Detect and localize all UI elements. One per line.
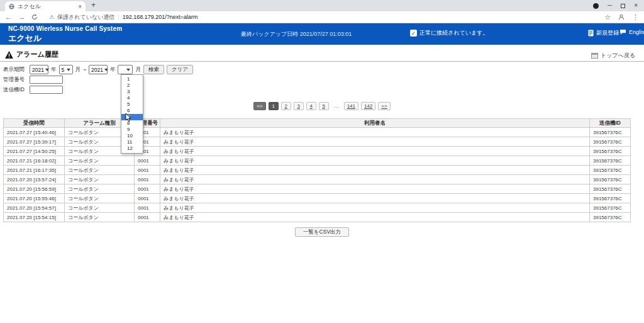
pagination-ellipsis: … (331, 102, 341, 110)
pagination-page-142[interactable]: 142 (361, 102, 375, 110)
csv-export-button[interactable]: 一覧をCSV出力 (295, 227, 349, 237)
chevron-down-icon (45, 69, 49, 71)
back-to-top-label: トップへ戻る (601, 52, 635, 60)
address-bar[interactable]: ⚠ 保護されていない通信 | 192.168.179.201/?next=ala… (44, 13, 598, 21)
table-cell: みまもり花子 (160, 175, 590, 184)
from-month-select[interactable]: 5 (59, 65, 73, 74)
table-cell: みまもり花子 (160, 184, 590, 194)
column-header: 受信時間 (4, 119, 65, 128)
month-dropdown-list[interactable]: 123456789101112 (121, 74, 143, 154)
table-row: 2021.07.20 [15:56:59]コールボタン0001みまもり花子391… (4, 184, 631, 194)
table-cell: コールボタン (65, 203, 135, 213)
pagination-prev[interactable]: << (253, 102, 265, 110)
table-cell: 391567376C (590, 166, 631, 175)
table-cell: みまもり花子 (160, 156, 590, 166)
month-unit: 月 (75, 66, 81, 74)
table-cell: コールボタン (65, 175, 135, 184)
not-secure-label: 保護されていない通信 (57, 13, 114, 21)
table-cell: みまもり花子 (160, 213, 590, 222)
reload-icon[interactable] (31, 14, 38, 20)
profile-avatar-icon[interactable] (618, 14, 625, 20)
table-cell: 2021.07.20 [15:57:24] (4, 175, 65, 184)
pagination-page-4[interactable]: 4 (306, 102, 316, 110)
pagination-page-current[interactable]: 1 (269, 102, 279, 110)
table-header-row: 受信時間アラーム種別管理番号利用者名送信機ID (4, 119, 631, 128)
table-cell: 2021.07.27 [15:39:17] (4, 137, 65, 147)
back-to-top-link[interactable]: トップへ戻る (591, 52, 635, 60)
page-title: アラーム履歴 (16, 50, 58, 59)
table-cell: 391567376C (590, 137, 631, 147)
register-button[interactable]: 新規登録 (588, 29, 619, 37)
table-cell: 0001 (135, 203, 160, 213)
pagination-page-2[interactable]: 2 (281, 102, 291, 110)
search-button[interactable]: 検索 (143, 65, 164, 74)
mouse-cursor (125, 113, 132, 122)
table-cell: 0001 (135, 156, 160, 166)
year-unit: 年 (110, 66, 116, 74)
transmitter-id-label: 送信機ID (3, 86, 27, 94)
table-cell: 2021.07.20 [15:54:57] (4, 203, 65, 213)
pagination-next[interactable]: >> (378, 102, 390, 110)
month-option-12[interactable]: 12 (121, 145, 143, 152)
to-year-select[interactable]: 2021 (89, 65, 108, 74)
table-row: 2021.07.20 [15:57:24]コールボタン0001みまもり花子391… (4, 175, 631, 184)
table-cell: 2021.07.27 [14:50:25] (4, 147, 65, 156)
to-month-select[interactable] (118, 65, 133, 74)
table-cell: コールボタン (65, 194, 135, 203)
year-unit: 年 (51, 66, 57, 74)
month-option-9[interactable]: 9 (121, 127, 143, 133)
clear-button[interactable]: クリア (167, 65, 193, 74)
table-cell: みまもり花子 (160, 203, 590, 213)
language-bubble-icon (619, 29, 626, 35)
control-number-input[interactable] (30, 76, 63, 84)
bookmark-star-icon[interactable]: ☆ (604, 14, 611, 21)
alarm-warning-icon (5, 51, 13, 59)
month-option-11[interactable]: 11 (121, 139, 143, 145)
month-option-1[interactable]: 1 (121, 76, 143, 82)
table-cell: 391567376C (590, 203, 631, 213)
register-doc-icon (588, 30, 594, 37)
transmitter-id-input[interactable] (30, 86, 63, 94)
pagination-page-3[interactable]: 3 (294, 102, 304, 110)
pagination-page-5[interactable]: 5 (319, 102, 329, 110)
table-row: 2021.07.20 [15:54:57]コールボタン0001みまもり花子391… (4, 203, 631, 213)
table-row: 2021.07.27 [14:50:25]コールボタン0001みまもり花子391… (4, 147, 631, 156)
month-option-5[interactable]: 5 (121, 101, 143, 108)
table-cell: 0001 (135, 194, 160, 203)
range-separator: ~ (83, 67, 86, 73)
column-header: 送信機ID (590, 119, 631, 128)
from-year-select[interactable]: 2021 (30, 65, 48, 74)
profile-badge-icon[interactable] (593, 3, 599, 9)
register-label: 新規登録 (596, 29, 619, 37)
connection-status: ✓ 正常に接続されています。 (410, 29, 488, 37)
new-tab-button[interactable]: + (91, 1, 96, 9)
pagination-page-141[interactable]: 141 (344, 102, 358, 110)
table-cell: みまもり花子 (160, 194, 590, 203)
title-divider (0, 61, 644, 62)
chevron-down-icon (126, 69, 130, 71)
back-icon[interactable]: ← (5, 14, 12, 21)
table-row: 2021.07.21 [16:18:02]コールボタン0001みまもり花子391… (4, 156, 631, 166)
table-cell: 0001 (135, 175, 160, 184)
table-cell: 0001 (135, 213, 160, 222)
browser-address-bar: ← → ⚠ 保護されていない通信 | 192.168.179.201/?next… (0, 11, 644, 23)
language-button[interactable]: English (619, 29, 644, 35)
month-option-3[interactable]: 3 (121, 89, 143, 95)
window-close-button[interactable]: × (634, 0, 638, 11)
forward-icon[interactable]: → (18, 14, 25, 21)
table-row: 2021.07.21 [16:17:35]コールボタン0001みまもり花子391… (4, 166, 631, 175)
period-label: 表示期間 (3, 66, 27, 74)
top-window-icon (591, 53, 598, 59)
month-option-10[interactable]: 10 (121, 133, 143, 139)
table-cell: 2021.07.20 [15:55:46] (4, 194, 65, 203)
table-cell: 391567376C (590, 156, 631, 166)
tab-close-icon[interactable]: × (78, 3, 82, 10)
window-minimize-button[interactable]: ─ (608, 0, 612, 11)
table-cell: 0001 (135, 184, 160, 194)
month-option-2[interactable]: 2 (121, 82, 143, 89)
window-maximize-button[interactable] (621, 4, 625, 8)
month-option-4[interactable]: 4 (121, 95, 143, 101)
browser-menu-icon[interactable]: ⋮ (632, 14, 639, 21)
tab-title: エクセル (18, 3, 75, 11)
browser-tab[interactable]: エクセル × (5, 1, 86, 11)
